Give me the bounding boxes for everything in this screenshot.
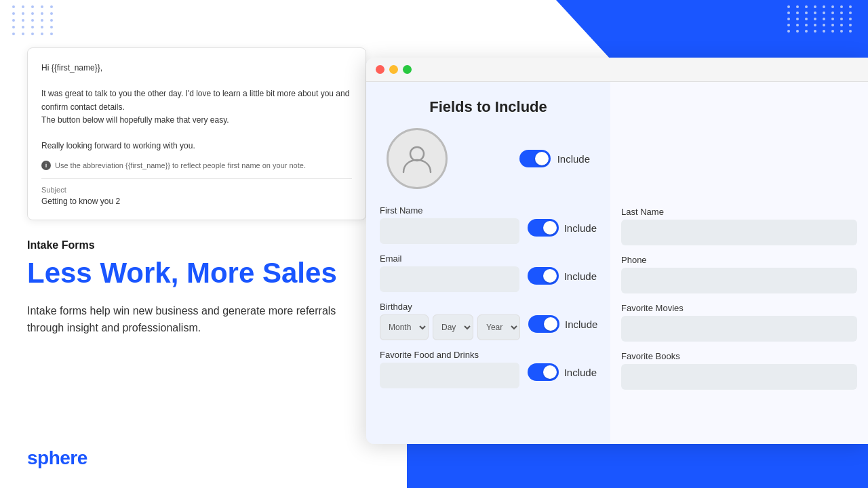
- birthday-day-select[interactable]: Day: [433, 314, 473, 340]
- fields-title: Fields to Include: [380, 98, 597, 116]
- food-toggle-group: Include: [528, 350, 597, 381]
- avatar-row: Include: [380, 128, 597, 189]
- avatar: [387, 128, 448, 189]
- field-group-movies: Favorite Movies: [621, 303, 857, 342]
- birthday-month-select[interactable]: Month: [380, 314, 429, 340]
- food-include-label: Include: [564, 367, 597, 378]
- birthday-include-toggle[interactable]: [528, 315, 559, 333]
- form-row-firstname: First Name Include: [380, 205, 597, 244]
- lastname-input[interactable]: [621, 220, 857, 245]
- minimize-button[interactable]: [389, 65, 398, 74]
- firstname-include-label: Include: [564, 222, 597, 234]
- form-right-panel: Last Name Phone Favorite Movies Favorite…: [610, 82, 868, 444]
- birthday-include-label: Include: [565, 319, 597, 330]
- field-group-email: Email: [380, 253, 519, 292]
- email-include-toggle[interactable]: [528, 267, 559, 285]
- headline: Less Work, More Sales: [27, 257, 366, 289]
- svg-point-0: [410, 147, 424, 161]
- subject-label: Subject: [41, 186, 352, 194]
- birthday-selects: Month Day Year: [380, 314, 520, 340]
- form-fields-left: First Name Include Email: [380, 205, 597, 388]
- avatar-include-toggle[interactable]: [519, 150, 551, 167]
- sphere-logo: sphere: [27, 447, 87, 469]
- firstname-input[interactable]: [380, 218, 519, 244]
- food-input[interactable]: [380, 363, 519, 388]
- person-icon: [399, 141, 435, 176]
- browser-window: Fields to Include Include: [366, 58, 868, 444]
- phone-input[interactable]: [621, 268, 857, 293]
- movies-input[interactable]: [621, 316, 857, 342]
- form-row-email: Email Include: [380, 253, 597, 292]
- maximize-button[interactable]: [403, 65, 412, 74]
- lastname-label: Last Name: [621, 207, 857, 217]
- browser-titlebar: [366, 58, 868, 82]
- left-panel: Hi {{first_name}}, It was great to talk …: [0, 0, 393, 488]
- browser-content: Fields to Include Include: [366, 82, 868, 444]
- firstname-include-toggle[interactable]: [528, 219, 559, 237]
- email-hint-text: Use the abbreviation {{first_name}} to r…: [55, 161, 306, 169]
- description: Intake forms help win new business and g…: [27, 302, 339, 337]
- field-group-phone: Phone: [621, 255, 857, 293]
- food-include-toggle[interactable]: [528, 363, 559, 381]
- birthday-toggle-group: Include: [528, 302, 597, 333]
- field-group-firstname: First Name: [380, 205, 519, 244]
- email-input[interactable]: [380, 266, 519, 292]
- field-group-lastname: Last Name: [621, 207, 857, 245]
- left-text-content: Intake Forms Less Work, More Sales Intak…: [27, 239, 366, 336]
- field-group-books: Favorite Books: [621, 351, 857, 390]
- movies-label: Favorite Movies: [621, 303, 857, 313]
- phone-label: Phone: [621, 255, 857, 265]
- email-body: Hi {{first_name}}, It was great to talk …: [41, 62, 352, 152]
- close-button[interactable]: [376, 65, 384, 74]
- subject-value: Getting to know you 2: [41, 197, 352, 206]
- form-row-birthday: Birthday Month Day Year: [380, 302, 597, 340]
- birthday-year-select[interactable]: Year: [477, 314, 520, 340]
- email-hint: i Use the abbreviation {{first_name}} to…: [41, 161, 352, 170]
- email-label: Email: [380, 253, 519, 264]
- avatar-toggle-group: Include: [519, 150, 590, 167]
- books-input[interactable]: [621, 364, 857, 390]
- dot-pattern-top-right: [787, 5, 854, 33]
- email-preview-card: Hi {{first_name}}, It was great to talk …: [27, 47, 366, 220]
- firstname-label: First Name: [380, 205, 519, 216]
- form-row-food: Favorite Food and Drinks Include: [380, 350, 597, 388]
- birthday-label: Birthday: [380, 302, 520, 312]
- email-toggle-group: Include: [528, 253, 597, 285]
- email-include-label: Include: [564, 270, 597, 282]
- info-icon: i: [41, 161, 51, 170]
- form-left-panel: Fields to Include Include: [366, 82, 610, 444]
- avatar-include-label: Include: [557, 153, 590, 165]
- food-label: Favorite Food and Drinks: [380, 350, 519, 360]
- books-label: Favorite Books: [621, 351, 857, 361]
- field-group-birthday: Birthday Month Day Year: [380, 302, 520, 340]
- field-group-food: Favorite Food and Drinks: [380, 350, 519, 388]
- firstname-toggle-group: Include: [528, 205, 597, 237]
- intake-forms-label: Intake Forms: [27, 239, 366, 251]
